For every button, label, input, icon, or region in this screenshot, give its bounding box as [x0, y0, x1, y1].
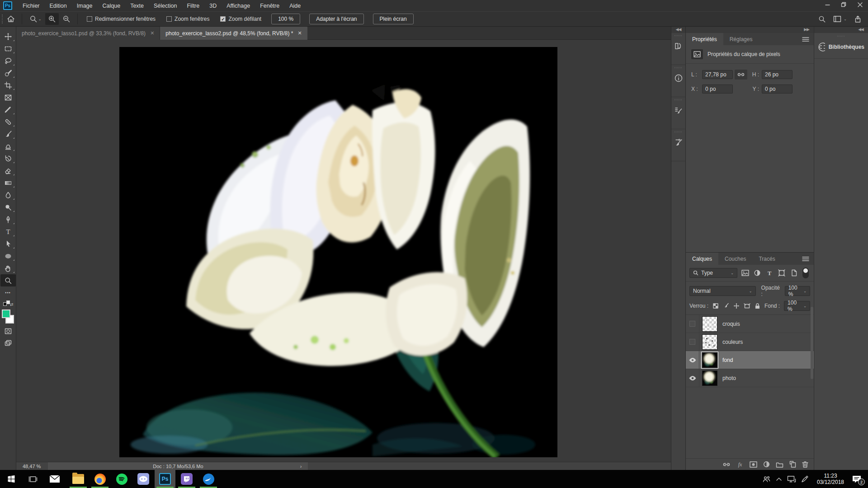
menu-filtre[interactable]: Filtre: [182, 3, 204, 9]
gradient-tool[interactable]: [0, 177, 16, 189]
layers-scrollbar[interactable]: [811, 307, 813, 379]
menu-texte[interactable]: Texte: [125, 3, 149, 9]
document-tab-lasso1[interactable]: photo_exercice_lasso1.psd @ 33,3% (fond,…: [16, 27, 160, 40]
quick-selection-tool[interactable]: [0, 67, 16, 79]
healing-brush-tool[interactable]: [0, 116, 16, 128]
fill-dropdown[interactable]: 100 % ⌄: [784, 301, 810, 311]
collapse-panels-button[interactable]: ▶▶: [804, 27, 809, 33]
menu-selection[interactable]: Sélection: [149, 3, 182, 9]
zoom-100-button[interactable]: 100 %: [271, 14, 300, 24]
new-layer-icon[interactable]: [789, 461, 796, 468]
menu-aide[interactable]: Aide: [284, 3, 306, 9]
menu-fichier[interactable]: Fichier: [18, 3, 45, 9]
zoom-in-button[interactable]: [45, 13, 59, 25]
lasso-tool[interactable]: [0, 55, 16, 67]
panel-menu-icon[interactable]: [802, 33, 814, 45]
height-field[interactable]: 26 po: [762, 70, 793, 79]
frame-tool[interactable]: [0, 91, 16, 103]
filter-smart-objects-icon[interactable]: [789, 269, 798, 277]
file-explorer-icon[interactable]: [68, 470, 89, 488]
clone-stamp-tool[interactable]: [0, 140, 16, 152]
expand-panels-button[interactable]: ◀◀: [671, 27, 685, 33]
layer-name[interactable]: photo: [722, 375, 736, 381]
screen-mode-button[interactable]: [0, 337, 16, 349]
visibility-toggle[interactable]: [686, 351, 699, 369]
link-layers-icon[interactable]: [722, 462, 731, 467]
tab-reglages[interactable]: Réglages: [723, 33, 759, 45]
add-mask-icon[interactable]: [750, 461, 757, 468]
taskbar-clock[interactable]: 11:23 03/12/2018: [814, 473, 847, 485]
minimize-button[interactable]: [819, 0, 835, 9]
blend-mode-dropdown[interactable]: Normal ⌄: [689, 286, 756, 296]
menu-edition[interactable]: Edition: [45, 3, 72, 9]
scrubby-zoom-checkbox[interactable]: ✓ Zoom défilant: [220, 16, 261, 22]
filter-toggle-switch[interactable]: [802, 267, 809, 278]
foreground-color-swatch[interactable]: [2, 310, 10, 318]
network-display-icon[interactable]: [787, 475, 796, 483]
lock-transparency-icon[interactable]: [712, 303, 719, 309]
adjustment-layer-icon[interactable]: [763, 461, 770, 468]
home-button[interactable]: [4, 13, 18, 25]
pen-icon[interactable]: [801, 475, 809, 483]
shape-tool[interactable]: [0, 250, 16, 262]
chevron-right-icon[interactable]: ›: [300, 464, 302, 469]
layer-name[interactable]: fond: [722, 357, 733, 363]
lock-position-icon[interactable]: [733, 303, 740, 309]
layer-style-fx-icon[interactable]: fx: [736, 461, 744, 468]
y-field[interactable]: 0 po: [762, 84, 793, 94]
panel-menu-icon[interactable]: [802, 253, 814, 265]
tab-traces[interactable]: Tracés: [752, 253, 781, 265]
spotify-icon[interactable]: [111, 470, 132, 488]
pasteboard[interactable]: [16, 40, 671, 462]
layer-name[interactable]: couleurs: [722, 339, 743, 345]
type-tool[interactable]: T: [0, 225, 16, 238]
path-selection-tool[interactable]: [0, 238, 16, 250]
layer-thumbnail[interactable]: [702, 316, 717, 332]
x-field[interactable]: 0 po: [702, 84, 733, 94]
crop-tool[interactable]: [0, 79, 16, 91]
start-button[interactable]: [1, 470, 22, 488]
tab-couches[interactable]: Couches: [718, 253, 752, 265]
fit-screen-button[interactable]: Adapter à l'écran: [309, 14, 363, 24]
menu-3d[interactable]: 3D: [204, 3, 222, 9]
libraries-header[interactable]: Bibliothèques: [814, 37, 868, 59]
new-group-icon[interactable]: [776, 461, 783, 468]
history-panel-button[interactable]: [671, 33, 685, 65]
document-tab-lasso2[interactable]: photo_exercice_lasso2.psd @ 48,5% (fond,…: [160, 27, 307, 40]
zoom-out-button[interactable]: [60, 13, 73, 25]
fullscreen-button[interactable]: Plein écran: [373, 14, 414, 24]
link-dimensions-icon[interactable]: [735, 70, 747, 80]
width-field[interactable]: 27,78 po: [702, 70, 733, 79]
history-brush-tool[interactable]: [0, 152, 16, 164]
document-canvas[interactable]: [119, 47, 557, 457]
zoom-tool-preset[interactable]: ⌄: [26, 13, 44, 25]
hidden-icons-chevron[interactable]: [776, 477, 782, 481]
edit-toolbar-ellipsis[interactable]: •••: [0, 286, 16, 299]
firefox-icon[interactable]: [90, 470, 110, 488]
move-tool[interactable]: [0, 30, 16, 42]
tool-presets-panel-button[interactable]: [671, 129, 685, 161]
opacity-dropdown[interactable]: 100 % ⌄: [785, 286, 810, 296]
menu-affichage[interactable]: Affichage: [222, 3, 255, 9]
layer-row-fond[interactable]: fond: [686, 351, 814, 369]
delete-layer-icon[interactable]: [802, 461, 808, 468]
brush-settings-panel-button[interactable]: [671, 97, 685, 129]
default-swap-colors-icon[interactable]: ⇄: [3, 300, 13, 308]
layer-thumbnail[interactable]: [702, 352, 717, 368]
layer-row-couleurs[interactable]: couleurs: [686, 333, 814, 351]
filter-pixel-layers-icon[interactable]: [741, 270, 750, 276]
filter-adjustment-layers-icon[interactable]: [753, 269, 762, 277]
task-view-button[interactable]: [23, 470, 43, 488]
people-icon[interactable]: [762, 475, 771, 483]
zoom-windows-checkbox[interactable]: Zoom fenêtres: [166, 16, 209, 22]
filter-type-dropdown[interactable]: Type ⌄: [689, 268, 737, 278]
photoshop-taskbar-icon[interactable]: Ps: [155, 470, 175, 488]
visibility-toggle[interactable]: [686, 333, 699, 351]
status-doc-size[interactable]: Doc : 10,7 Mo/53,6 Mo ›: [48, 462, 308, 470]
search-icon[interactable]: [818, 15, 826, 23]
tab-calques[interactable]: Calques: [686, 253, 718, 265]
lock-artboard-icon[interactable]: [744, 303, 750, 309]
zoom-tool[interactable]: [0, 274, 16, 286]
menu-image[interactable]: Image: [72, 3, 98, 9]
mail-app-icon[interactable]: [44, 470, 65, 488]
